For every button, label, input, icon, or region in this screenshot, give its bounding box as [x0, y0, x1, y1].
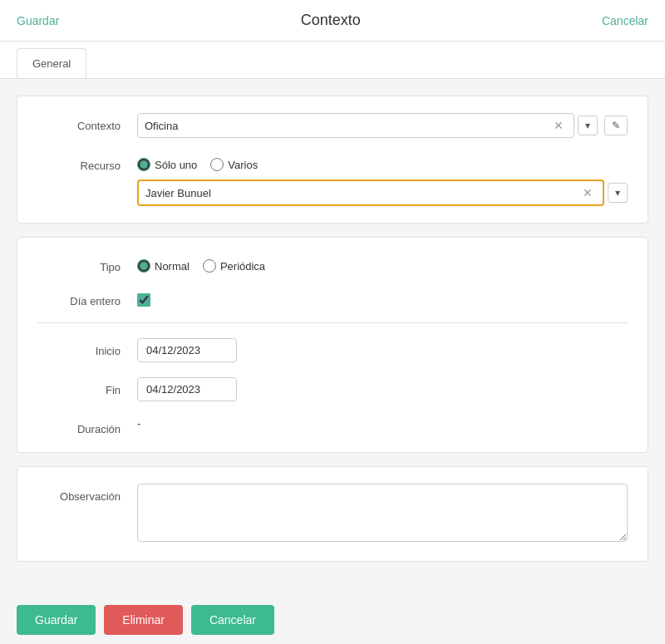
fin-control	[137, 377, 628, 401]
observacion-label: Observación	[37, 484, 137, 503]
header-guardar-link[interactable]: Guardar	[17, 14, 59, 27]
dia-entero-control	[137, 288, 628, 307]
contexto-select-box[interactable]: ✕	[137, 113, 574, 138]
observacion-textarea[interactable]	[137, 484, 628, 542]
cancelar-button[interactable]: Cancelar	[191, 605, 274, 635]
fin-label: Fin	[37, 377, 137, 396]
contexto-label: Contexto	[37, 113, 137, 132]
recurso-radio-varios[interactable]: Varios	[210, 158, 258, 171]
inicio-label: Inicio	[37, 338, 137, 357]
dia-entero-row: Día entero	[37, 288, 628, 307]
recurso-control: Sólo uno Varios ✕ ▾	[137, 153, 628, 206]
tipo-radio-normal[interactable]: Normal	[137, 259, 190, 273]
recurso-radio-solo-uno[interactable]: Sólo uno	[137, 158, 197, 171]
dia-entero-label: Día entero	[37, 288, 137, 307]
card-observacion: Observación	[17, 466, 648, 562]
duracion-control: -	[137, 416, 628, 430]
observacion-control	[137, 484, 628, 544]
footer: Guardar Eliminar Cancelar	[0, 592, 665, 644]
tipo-control: Normal Periódica	[137, 254, 628, 273]
header-cancelar-link[interactable]: Cancelar	[602, 14, 648, 27]
contexto-dropdown-btn[interactable]: ▾	[578, 116, 598, 135]
tab-bar: General	[0, 42, 665, 79]
recurso-row: Recurso Sólo uno Varios	[37, 153, 628, 206]
inicio-control	[137, 338, 628, 362]
contexto-row: Contexto ✕ ▾ ✎	[37, 113, 628, 138]
page-title: Contexto	[301, 12, 361, 29]
divider	[37, 322, 628, 323]
duracion-value: -	[137, 410, 140, 430]
contexto-clear-btn[interactable]: ✕	[550, 119, 567, 132]
contexto-input[interactable]	[145, 120, 550, 132]
recurso-radio-group: Sólo uno Varios	[137, 153, 628, 171]
guardar-button[interactable]: Guardar	[17, 605, 96, 635]
tipo-label: Tipo	[37, 254, 137, 273]
recurso-select-box[interactable]: ✕	[137, 179, 604, 206]
recurso-input[interactable]	[145, 187, 579, 199]
fin-row: Fin	[37, 377, 628, 401]
contexto-control: ✕ ▾ ✎	[137, 113, 628, 138]
recurso-dropdown-btn[interactable]: ▾	[608, 183, 628, 203]
recurso-label: Recurso	[37, 153, 137, 172]
inicio-row: Inicio	[37, 338, 628, 362]
header: Guardar Contexto Cancelar	[0, 0, 665, 42]
observacion-row: Observación	[37, 484, 628, 544]
card-tipo-fechas: Tipo Normal Periódica	[17, 237, 648, 453]
tipo-row: Tipo Normal Periódica	[37, 254, 628, 273]
main-content: Contexto ✕ ▾ ✎ Recurso	[0, 79, 665, 592]
inicio-input[interactable]	[137, 338, 237, 362]
card-contexto-recurso: Contexto ✕ ▾ ✎ Recurso	[17, 96, 648, 224]
fin-input[interactable]	[137, 377, 237, 401]
duracion-row: Duración -	[37, 416, 628, 435]
contexto-edit-btn[interactable]: ✎	[604, 116, 628, 135]
tab-general[interactable]: General	[17, 48, 86, 78]
recurso-clear-btn[interactable]: ✕	[579, 186, 596, 199]
tipo-radio-group: Normal Periódica	[137, 254, 628, 273]
eliminar-button[interactable]: Eliminar	[104, 605, 183, 635]
duracion-label: Duración	[37, 416, 137, 435]
dia-entero-checkbox[interactable]	[137, 293, 150, 307]
dia-entero-checkbox-wrapper[interactable]	[137, 288, 628, 307]
tipo-radio-periodica[interactable]: Periódica	[203, 259, 265, 273]
